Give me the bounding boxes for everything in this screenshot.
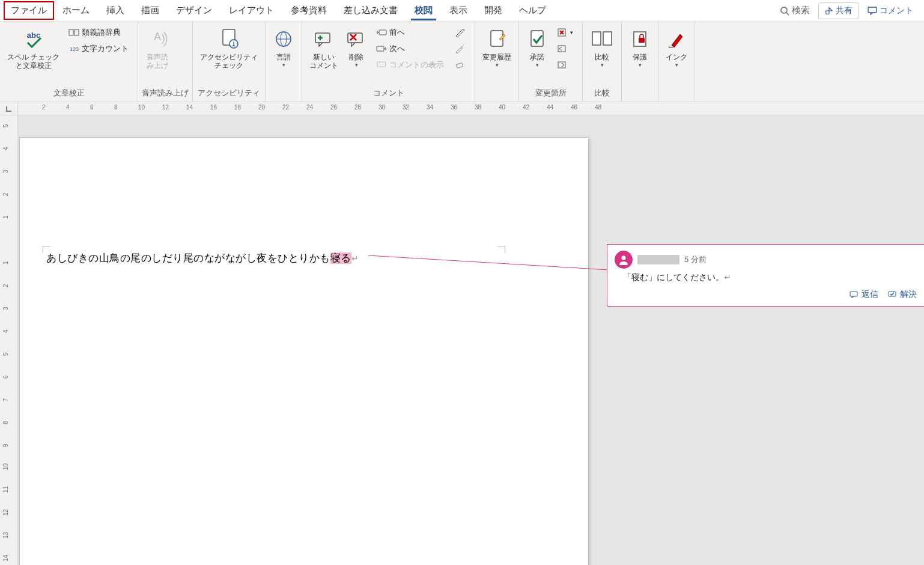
tab-home[interactable]: ホーム — [54, 1, 98, 20]
next-comment-label: 次へ — [389, 43, 405, 54]
track-changes-icon — [486, 26, 508, 52]
tab-draw[interactable]: 描画 — [133, 1, 168, 20]
group-tracking: 変更履歴 ▾ — [475, 22, 519, 102]
new-comment-button[interactable]: 新しい コメント — [306, 24, 342, 73]
svg-rect-21 — [377, 62, 386, 67]
tab-references[interactable]: 参考資料 — [282, 1, 335, 20]
thesaurus-button[interactable]: 類義語辞典 — [65, 25, 132, 40]
svg-rect-2 — [868, 7, 877, 13]
comment-panel[interactable]: 5 分前 「寝む」にしてください。↵ 返信 解決 — [607, 244, 924, 307]
next-comment-icon — [376, 43, 387, 54]
compare-label: 比較 — [595, 53, 609, 61]
comment-top-label: コメント — [880, 5, 913, 16]
read-aloud-icon: A — [145, 26, 169, 52]
group-tracking-label — [479, 97, 515, 102]
read-aloud-button[interactable]: A 音声読 み上げ — [142, 24, 173, 73]
word-count-button[interactable]: 123 文字カウント — [65, 41, 132, 56]
tab-mailings[interactable]: 差し込み文書 — [335, 1, 406, 20]
compare-icon — [590, 26, 614, 52]
comment-text[interactable]: 「寝む」にしてください。↵ — [623, 272, 917, 283]
protect-icon — [629, 26, 651, 52]
search-icon — [780, 6, 789, 16]
svg-text:abc: abc — [26, 31, 40, 40]
ribbon-tabs: ファイル ホーム 挿入 描画 デザイン レイアウト 参考資料 差し込み文書 校閲… — [0, 0, 924, 22]
next-change-button[interactable] — [554, 58, 576, 72]
chevron-down-icon: ▾ — [536, 62, 539, 68]
pencil-icon-button[interactable] — [452, 41, 469, 56]
prev-comment-button[interactable]: 前へ — [373, 25, 447, 40]
chevron-down-icon: ▾ — [496, 62, 499, 68]
pen-icon — [455, 27, 466, 38]
accept-button[interactable]: 承諾 ▾ — [523, 24, 552, 70]
svg-rect-30 — [592, 32, 601, 45]
svg-point-0 — [781, 7, 787, 13]
search-label: 検索 — [792, 5, 810, 16]
svg-rect-31 — [603, 32, 612, 45]
tab-design[interactable]: デザイン — [168, 1, 220, 20]
group-language: 言語 ▾ — [266, 22, 302, 102]
spell-check-button[interactable]: abc スペル チェック と文章校正 — [4, 24, 63, 73]
compare-button[interactable]: 比較 ▾ — [586, 24, 618, 70]
ruler-row: 2468101214161820222426283032343638404244… — [0, 102, 924, 115]
ink-button[interactable]: インク ▾ — [662, 24, 691, 70]
editing-area: 543211234567891011121314 あしびきの山鳥の尾のしだり尾の… — [0, 115, 924, 565]
tab-view[interactable]: 表示 — [441, 1, 476, 20]
track-changes-button[interactable]: 変更履歴 ▾ — [479, 24, 515, 70]
vertical-ruler[interactable]: 543211234567891011121314 — [0, 115, 18, 565]
pen-icon-button[interactable] — [452, 25, 469, 40]
reply-button[interactable]: 返信 — [850, 289, 878, 300]
group-accessibility: アクセシビリティ チェック アクセシビリティ — [193, 22, 266, 102]
tab-stop-selector[interactable] — [0, 102, 18, 115]
comment-icon — [868, 7, 877, 15]
accessibility-icon — [217, 26, 241, 52]
accessibility-label: アクセシビリティ チェック — [200, 53, 258, 70]
svg-rect-20 — [377, 46, 384, 51]
group-protect-label — [625, 97, 654, 102]
share-label: 共有 — [836, 5, 853, 16]
pencil-icon — [455, 43, 466, 54]
svg-rect-22 — [457, 63, 463, 68]
prev-change-button[interactable] — [554, 41, 576, 56]
document-text[interactable]: あしびきの山鳥の尾のしだり尾のながながし夜をひとりかも寝る↵ — [46, 251, 359, 265]
group-changes: 承諾 ▾ ▾ 変更箇所 — [519, 22, 583, 102]
tab-developer[interactable]: 開発 — [476, 1, 511, 20]
tab-review[interactable]: 校閲 — [406, 1, 441, 20]
track-changes-label: 変更履歴 — [482, 53, 511, 61]
comment-actions: 返信 解決 — [615, 289, 917, 300]
delete-comment-icon — [345, 26, 367, 52]
show-comments-label: コメントの表示 — [389, 60, 444, 70]
group-speech: A 音声読 み上げ 音声読み上げ — [138, 22, 193, 102]
comment-connector-line — [368, 255, 621, 273]
group-accessibility-label: アクセシビリティ — [196, 86, 261, 102]
group-compare: 比較 ▾ 比較 — [583, 22, 622, 102]
prev-change-icon — [557, 43, 568, 54]
group-changes-label: 変更箇所 — [523, 86, 579, 102]
search-box[interactable]: 検索 — [775, 2, 815, 19]
protect-button[interactable]: 保護 ▾ — [625, 24, 654, 70]
reject-icon — [557, 27, 568, 38]
language-button[interactable]: 言語 ▾ — [269, 24, 298, 70]
document-canvas[interactable]: あしびきの山鳥の尾のしだり尾のながながし夜をひとりかも寝る↵ 5 分前 「寝む」… — [18, 115, 924, 565]
tab-help[interactable]: ヘルプ — [511, 1, 555, 20]
paragraph-mark-icon: ↵ — [724, 272, 731, 282]
show-comments-button[interactable]: コメントの表示 — [373, 58, 447, 72]
next-comment-button[interactable]: 次へ — [373, 41, 447, 56]
accessibility-check-button[interactable]: アクセシビリティ チェック — [196, 24, 261, 73]
resolve-button[interactable]: 解決 — [888, 289, 917, 300]
ink-label: インク — [666, 53, 687, 61]
svg-rect-36 — [850, 292, 857, 296]
eraser-icon-button[interactable] — [452, 58, 469, 72]
group-proofing-label: 文章校正 — [4, 86, 134, 102]
tab-layout[interactable]: レイアウト — [220, 1, 282, 20]
group-comments-label: コメント — [306, 86, 471, 102]
delete-comment-button[interactable]: 削除 ▾ — [342, 24, 371, 70]
tab-insert[interactable]: 挿入 — [98, 1, 133, 20]
horizontal-ruler[interactable]: 2468101214161820222426283032343638404244… — [18, 102, 924, 115]
svg-rect-24 — [531, 31, 543, 46]
reject-button[interactable]: ▾ — [554, 25, 576, 40]
document-page[interactable]: あしびきの山鳥の尾のしだり尾のながながし夜をひとりかも寝る↵ — [19, 137, 589, 565]
accept-icon — [526, 26, 548, 52]
comment-button-top[interactable]: コメント — [863, 3, 918, 19]
share-button[interactable]: 共有 — [818, 2, 859, 19]
tab-file[interactable]: ファイル — [4, 1, 54, 20]
